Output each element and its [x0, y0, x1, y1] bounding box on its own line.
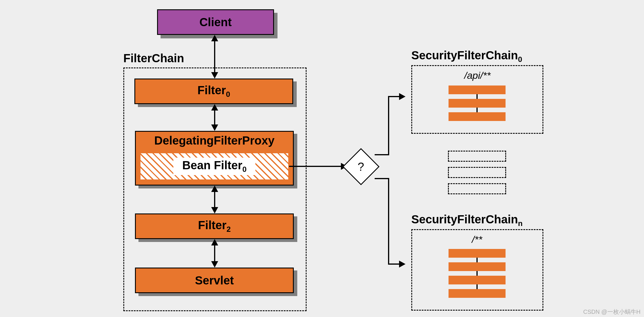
arrow-decision-sfc0 [375, 96, 407, 169]
arrow-client-filter0 [211, 35, 218, 79]
arrow-filter0-dfp [211, 104, 218, 131]
client-box: Client [157, 9, 274, 35]
arrow-bean-decision [289, 163, 347, 170]
decision-label: ? [358, 160, 364, 173]
sfc0-link-12 [476, 94, 478, 99]
watermark: CSDN @一枚小蜗牛H [583, 308, 641, 316]
sfcn-link-12 [476, 258, 478, 262]
sfc0-link-23 [476, 108, 478, 112]
dashed-slot-3 [448, 183, 506, 194]
filter0-box: Filter0 [134, 79, 293, 104]
sfcn-bar-2 [449, 262, 506, 271]
diagram-canvas: Client FilterChain Filter0 DelegatingFil… [0, 0, 644, 317]
sfc0-label: SecurityFilterChain0 [411, 49, 522, 64]
arrow-decision-sfcn [375, 178, 407, 277]
sfc0-bar-3 [449, 112, 506, 121]
arrow-dfp-filter2 [211, 186, 218, 213]
filterchain-label: FilterChain [123, 52, 184, 65]
sfc0-bar-1 [449, 86, 506, 94]
decision-diamond: ? [342, 148, 379, 185]
servlet-label: Servlet [195, 274, 234, 287]
arrow-filter2-servlet [211, 239, 218, 268]
sfc0-bar-2 [449, 99, 506, 108]
sfcn-pattern: /** [472, 234, 482, 245]
sfcn-link-34 [476, 284, 478, 289]
bean-filter-box: Bean Filter0 [140, 152, 289, 180]
servlet-box: Servlet [135, 268, 294, 293]
sfc0-pattern: /api/** [464, 70, 491, 81]
client-label: Client [199, 16, 232, 29]
filter2-box: Filter2 [135, 213, 294, 239]
bean-filter-label: Bean Filter0 [173, 158, 255, 175]
sfcn-bar-4 [449, 289, 506, 298]
sfcn-link-23 [476, 271, 478, 276]
sfcn-label: SecurityFilterChainn [411, 213, 523, 228]
sfcn-bar-1 [449, 249, 506, 258]
dashed-slot-2 [448, 167, 506, 178]
dfp-label: DelegatingFilterProxy [139, 134, 289, 147]
sfcn-bar-3 [449, 276, 506, 284]
dashed-slot-1 [448, 151, 506, 162]
filter0-label: Filter0 [198, 84, 230, 99]
filter2-label: Filter2 [198, 219, 231, 234]
